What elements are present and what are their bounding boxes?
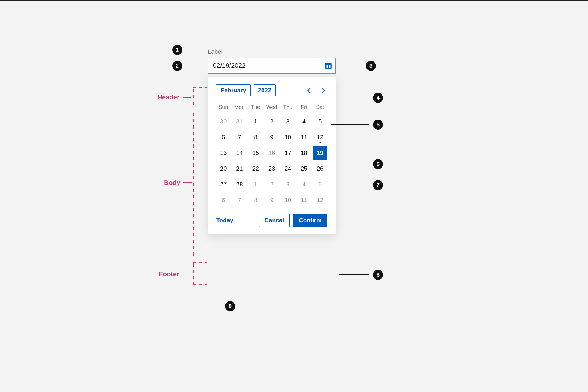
calendar-grid: SunMonTueWedThuFriSat3031123456789101112… xyxy=(216,102,327,207)
date-input-wrap[interactable] xyxy=(208,58,336,74)
today-link[interactable]: Today xyxy=(216,217,233,224)
day-cell[interactable]: 8 xyxy=(249,130,263,144)
day-cell[interactable]: 22 xyxy=(249,162,263,176)
day-cell[interactable]: 28 xyxy=(232,177,246,191)
day-cell[interactable]: 13 xyxy=(216,146,230,160)
callout-9: 9 xyxy=(225,280,235,311)
day-outside[interactable]: 12 xyxy=(313,193,327,207)
footer-section-text: Footer xyxy=(159,270,179,278)
callout-lead xyxy=(337,98,369,98)
day-cell[interactable]: 27 xyxy=(216,177,230,191)
calendar-header: February 2022 xyxy=(216,84,327,96)
callout-lead xyxy=(337,66,362,66)
callout-2: 2 xyxy=(172,61,206,71)
day-outside[interactable]: 2 xyxy=(265,177,279,191)
day-cell[interactable]: 16 xyxy=(265,146,279,160)
body-section-label: Body xyxy=(164,179,192,187)
day-outside[interactable]: 30 xyxy=(216,115,230,128)
day-of-week: Fri xyxy=(297,102,311,113)
callout-dot: 7 xyxy=(373,180,383,190)
callout-lead xyxy=(186,50,206,50)
date-input[interactable] xyxy=(212,61,325,70)
day-cell[interactable]: 5 xyxy=(313,115,327,128)
callout-8: 8 xyxy=(339,270,383,280)
day-today[interactable]: 12 xyxy=(313,130,327,144)
tick-icon xyxy=(183,97,191,98)
callout-lead xyxy=(331,185,369,185)
header-section-label: Header xyxy=(157,93,191,101)
callout-dot: 6 xyxy=(373,159,383,169)
day-of-week: Tue xyxy=(249,102,263,113)
callout-dot: 3 xyxy=(366,61,376,71)
callout-3: 3 xyxy=(337,61,376,71)
callout-4: 4 xyxy=(337,93,383,103)
callout-lead xyxy=(339,274,369,275)
day-outside[interactable]: 1 xyxy=(249,177,263,191)
day-cell[interactable]: 24 xyxy=(281,162,295,176)
day-cell[interactable]: 6 xyxy=(216,130,230,144)
callout-lead xyxy=(186,66,206,66)
day-cell[interactable]: 10 xyxy=(281,130,295,144)
day-of-week: Wed xyxy=(265,102,279,113)
day-outside[interactable]: 31 xyxy=(232,115,246,128)
confirm-button[interactable]: Confirm xyxy=(293,214,327,227)
body-bracket xyxy=(193,111,207,257)
tick-icon xyxy=(183,182,192,183)
body-section-text: Body xyxy=(164,179,180,187)
day-cell[interactable]: 17 xyxy=(281,146,295,160)
date-picker-widget: Label February 2022 xyxy=(208,48,336,234)
day-cell[interactable]: 20 xyxy=(216,162,230,176)
callout-dot: 2 xyxy=(172,61,182,71)
day-outside[interactable]: 3 xyxy=(281,177,295,191)
day-of-week: Thu xyxy=(281,102,295,113)
footer-section-label: Footer xyxy=(159,270,190,278)
callout-5: 5 xyxy=(331,120,383,130)
day-outside[interactable]: 10 xyxy=(281,193,295,207)
day-outside[interactable]: 11 xyxy=(297,193,311,207)
year-select[interactable]: 2022 xyxy=(254,84,276,96)
day-cell[interactable]: 3 xyxy=(281,115,295,128)
day-cell[interactable]: 18 xyxy=(297,146,311,160)
callout-dot: 5 xyxy=(373,120,383,130)
day-of-week: Sat xyxy=(313,102,327,113)
callout-lead xyxy=(331,124,369,125)
day-cell[interactable]: 9 xyxy=(265,130,279,144)
day-outside[interactable]: 8 xyxy=(249,193,263,207)
month-select[interactable]: February xyxy=(216,84,251,96)
day-outside[interactable]: 4 xyxy=(297,177,311,191)
field-label: Label xyxy=(208,48,336,55)
day-cell[interactable]: 15 xyxy=(249,146,263,160)
calendar-icon[interactable] xyxy=(325,62,332,69)
day-outside[interactable]: 6 xyxy=(216,193,230,207)
day-cell[interactable]: 7 xyxy=(232,130,246,144)
tick-icon xyxy=(182,274,190,274)
day-selected[interactable]: 19 xyxy=(313,146,327,160)
header-bracket xyxy=(193,87,207,107)
next-month-icon[interactable] xyxy=(320,87,327,94)
day-cell[interactable]: 25 xyxy=(297,162,311,176)
day-cell[interactable]: 21 xyxy=(232,162,246,176)
day-cell[interactable]: 4 xyxy=(297,115,311,128)
header-section-text: Header xyxy=(157,93,180,101)
day-outside[interactable]: 9 xyxy=(265,193,279,207)
day-outside[interactable]: 7 xyxy=(232,193,246,207)
day-cell[interactable]: 26 xyxy=(313,162,327,176)
day-cell[interactable]: 1 xyxy=(249,115,263,128)
callout-dot: 9 xyxy=(225,301,235,311)
callout-dot: 1 xyxy=(172,45,182,55)
day-cell[interactable]: 14 xyxy=(232,146,246,160)
prev-month-icon[interactable] xyxy=(305,87,313,94)
callout-7: 7 xyxy=(331,180,383,190)
diagram-frame: Label February 2022 xyxy=(12,10,576,383)
callout-dot: 4 xyxy=(373,93,383,103)
callout-6: 6 xyxy=(330,159,383,169)
day-cell[interactable]: 11 xyxy=(297,130,311,144)
day-cell[interactable]: 23 xyxy=(265,162,279,176)
cancel-button[interactable]: Cancel xyxy=(259,214,290,227)
day-cell[interactable]: 2 xyxy=(265,115,279,128)
footer-bracket xyxy=(193,262,207,285)
day-of-week: Mon xyxy=(232,102,246,113)
day-outside[interactable]: 5 xyxy=(313,177,327,191)
calendar-footer: Today Cancel Confirm xyxy=(216,214,327,227)
month-nav xyxy=(305,87,327,94)
